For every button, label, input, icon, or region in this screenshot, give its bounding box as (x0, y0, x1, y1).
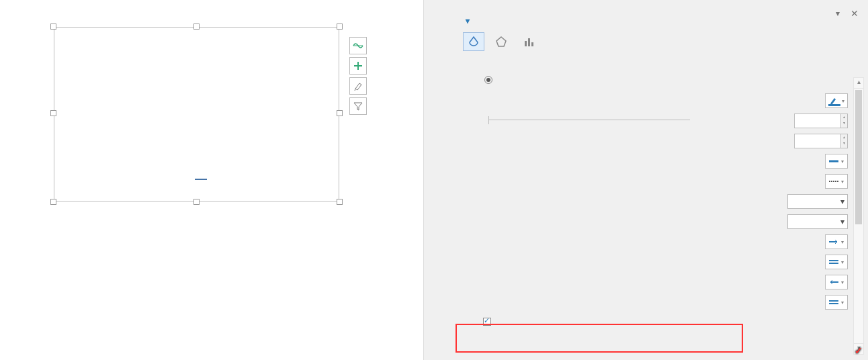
resize-handle[interactable] (50, 110, 56, 116)
svg-line-3 (355, 89, 355, 91)
annotation-highlight (455, 324, 743, 353)
join-row: ▾ (471, 212, 851, 232)
chart-add-button[interactable] (349, 57, 367, 75)
resize-handle[interactable] (337, 110, 343, 116)
format-panel: ✕ ▾ ▾ ▾ ▴▾ (423, 0, 868, 360)
svg-marker-4 (496, 37, 506, 46)
resize-handle[interactable] (193, 199, 200, 205)
resize-handle[interactable] (193, 24, 200, 30)
watermark: ✓ (855, 345, 863, 356)
cap-row: ▾ (471, 191, 851, 212)
scroll-up-icon[interactable]: ▴ (854, 78, 863, 89)
chart-plot[interactable] (71, 51, 333, 182)
chart-filter-button[interactable] (349, 97, 367, 115)
panel-scroll-area: ▾ ▴▾ ▴▾ ▾ ▾ (471, 71, 851, 355)
begin-arrow-type-row: ▾ (471, 232, 851, 252)
series-options-tab-icon[interactable] (519, 33, 540, 52)
transparency-input[interactable] (794, 114, 841, 128)
auto-option-row[interactable] (471, 71, 851, 91)
width-row: ▴▾ (471, 131, 851, 151)
begin-arrow-type-picker[interactable]: ▾ (825, 234, 848, 249)
svg-rect-6 (528, 38, 530, 46)
end-arrow-size-row: ▾ (471, 292, 851, 312)
chart-svg (71, 51, 333, 182)
begin-arrow-size-row: ▾ (471, 252, 851, 272)
begin-arrow-size-picker[interactable]: ▾ (825, 255, 848, 269)
width-input[interactable] (794, 134, 841, 148)
resize-handle[interactable] (337, 24, 343, 30)
resize-handle[interactable] (337, 199, 343, 205)
color-row: ▾ (471, 91, 851, 111)
panel-options-icon[interactable]: ▾ (836, 9, 840, 18)
compound-picker[interactable]: ▾ (825, 154, 848, 169)
svg-rect-7 (531, 42, 533, 46)
resize-handle[interactable] (50, 24, 56, 30)
cap-picker[interactable]: ▾ (787, 194, 848, 209)
join-picker[interactable]: ▾ (787, 214, 848, 229)
width-spinner[interactable]: ▴▾ (841, 134, 848, 148)
chart-elements-button[interactable] (349, 37, 367, 54)
svg-rect-5 (525, 41, 527, 46)
effects-tab-icon[interactable] (490, 33, 512, 52)
close-icon[interactable]: ✕ (851, 8, 859, 19)
chart-legend (71, 175, 333, 183)
series-options-dropdown[interactable]: ▾ (463, 16, 857, 26)
transparency-slider[interactable] (488, 116, 690, 124)
end-arrow-size-picker[interactable]: ▾ (825, 295, 848, 310)
compound-row: ▾ (471, 151, 851, 171)
scroll-thumb[interactable] (855, 90, 862, 224)
chart-styles-button[interactable] (349, 77, 367, 95)
end-arrow-type-row: ▾ (471, 272, 851, 292)
transparency-spinner[interactable]: ▴▾ (841, 114, 848, 128)
color-picker[interactable]: ▾ (825, 93, 848, 108)
panel-scrollbar[interactable]: ▴ ▾ (853, 77, 864, 355)
dash-row: ▾ (471, 171, 851, 191)
end-arrow-type-picker[interactable]: ▾ (825, 275, 848, 289)
chart-container[interactable] (54, 27, 339, 201)
radio-icon[interactable] (484, 76, 492, 84)
fill-line-tab-icon[interactable] (463, 32, 484, 51)
dash-picker[interactable]: ▾ (825, 174, 848, 189)
resize-handle[interactable] (50, 199, 56, 205)
transparency-row: ▴▾ (471, 111, 851, 131)
